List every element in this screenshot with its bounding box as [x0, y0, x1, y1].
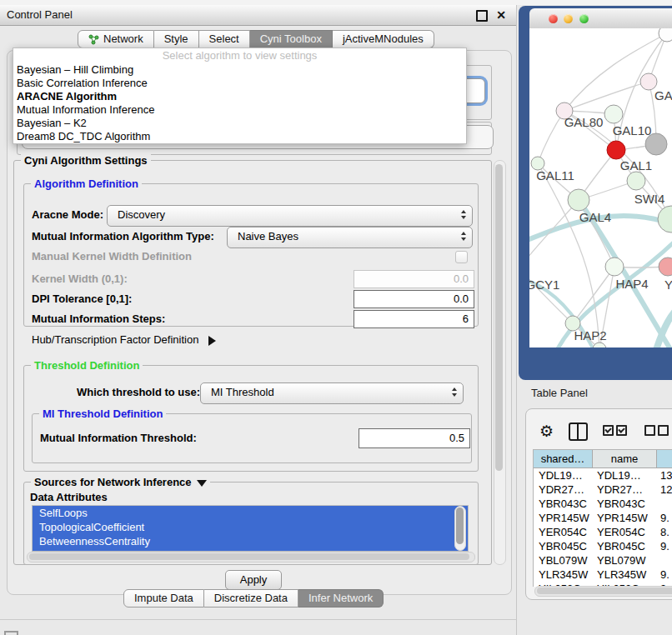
aracne-mode-value: Discovery [118, 208, 165, 221]
column-header-name[interactable]: name [593, 450, 657, 468]
which-threshold-value: MI Threshold [211, 386, 274, 398]
table-cell [655, 497, 672, 511]
tab-infer-network[interactable]: Infer Network [298, 589, 384, 608]
table-cell [655, 553, 672, 568]
sources-hscrollbar-thumb[interactable] [29, 553, 469, 560]
table-row[interactable]: YDL19…YDL19…13 [534, 468, 672, 482]
sources-group-title[interactable]: Sources for Network Inference [31, 476, 210, 488]
control-panel-titlebar[interactable]: Control Panel ✕ [0, 5, 516, 26]
attributes-scrollbar[interactable] [454, 506, 466, 551]
table-hscrollbar[interactable] [534, 586, 672, 597]
network-node-gal[interactable] [640, 73, 657, 90]
network-graph: GALGAL80GAL10GAL1SWI4GAL11GAL4GCY1HAP4YH… [529, 28, 672, 348]
node-table[interactable]: shared…nameA YDL19…YDL19…13YDR27…YDR27…1… [533, 449, 672, 587]
network-node-gal4[interactable] [568, 189, 589, 211]
control-panel-tab-bar: Network Style Select Cyni Toolbox jActiv… [78, 30, 434, 48]
table-row[interactable]: YBR045CYBR045C9. [534, 539, 672, 553]
kernel-width-field[interactable]: 0.0 [354, 270, 474, 288]
table-row[interactable]: YPR145WYPR145W9. [534, 511, 672, 525]
table-cell: 9. [655, 511, 672, 525]
aracne-mode-combo[interactable]: Discovery [107, 205, 473, 227]
table-cell: YBR043C [592, 497, 655, 511]
network-node[interactable] [593, 342, 606, 348]
table-hscrollbar-thumb[interactable] [537, 588, 672, 594]
table-row[interactable]: YLR345WYLR345W9. [534, 568, 672, 582]
select-all-checkboxes-icon[interactable] [603, 425, 629, 438]
network-node-y[interactable] [659, 258, 672, 276]
minimize-traffic-light-icon[interactable] [564, 14, 573, 23]
algorithm-option-basic-correlation-inference[interactable]: Basic Correlation Inference [13, 77, 466, 90]
deselect-checkboxes-icon[interactable] [644, 425, 671, 438]
algorithm-prompt: Select algorithm to view settings [13, 48, 466, 63]
network-node-hap4[interactable] [605, 258, 624, 276]
table-row[interactable]: YDR27…YDR27…12 [534, 482, 672, 497]
split-columns-icon[interactable] [569, 422, 588, 441]
algorithm-option-mutual-information-inference[interactable]: Mutual Information Inference [13, 103, 466, 117]
zoom-traffic-light-icon[interactable] [579, 14, 589, 23]
node-label: SWI4 [634, 192, 665, 206]
attribute-item-topologicalcoefficient[interactable]: TopologicalCoefficient [33, 520, 468, 534]
close-traffic-light-icon[interactable] [549, 14, 558, 23]
tab-select[interactable]: Select [199, 30, 250, 48]
data-attributes-list[interactable]: SelfLoops TopologicalCoefficient Between… [32, 505, 469, 552]
tab-style[interactable]: Style [154, 30, 199, 48]
algorithm-option-dream8-dc-tdc[interactable]: Dream8 DC_TDC Algorithm [13, 130, 466, 143]
sources-hscrollbar[interactable] [27, 552, 475, 562]
tab-label: Style [164, 31, 188, 48]
aracne-mode-label: Aracne Mode: [32, 205, 103, 225]
table-cell: 9. [655, 539, 672, 553]
table-cell: 8. [655, 525, 672, 539]
network-node-gal10[interactable] [604, 105, 623, 123]
network-node-gal1[interactable] [627, 172, 645, 190]
network-node[interactable] [659, 28, 672, 42]
settings-scrollbar[interactable] [494, 160, 506, 565]
tab-label: Discretize Data [214, 590, 288, 607]
node-label: GAL10 [613, 123, 652, 138]
which-threshold-combo[interactable]: MI Threshold [200, 382, 464, 404]
gear-icon[interactable]: ⚙ [539, 423, 554, 440]
tab-label: Impute Data [134, 590, 193, 607]
attribute-item-betweennesscentrality[interactable]: BetweennessCentrality [33, 534, 468, 548]
dpi-tolerance-field[interactable]: 0.0 [354, 290, 474, 308]
window-title: Control Panel [7, 5, 73, 25]
data-attributes-label: Data Attributes [30, 491, 108, 504]
table-row[interactable]: YBL079WYBL079W [534, 553, 672, 568]
algorithm-option-bayesian-hill-climbing[interactable]: Bayesian – Hill Climbing [13, 63, 466, 77]
manual-kernel-width-label: Manual Kernel Width Definition [32, 250, 192, 263]
close-icon[interactable]: ✕ [496, 5, 506, 25]
mi-threshold-label: Mutual Information Threshold: [40, 428, 197, 448]
float-window-icon[interactable] [476, 10, 488, 22]
network-node-swi4[interactable] [658, 206, 672, 232]
mi-algorithm-type-value: Naive Bayes [238, 230, 298, 242]
algorithm-option-aracne-algorithm[interactable]: ARACNE Algorithm [13, 90, 466, 103]
network-node[interactable] [645, 133, 667, 155]
settings-scrollbar-thumb[interactable] [495, 164, 503, 471]
attribute-item-selfloops[interactable]: SelfLoops [33, 506, 468, 520]
network-canvas[interactable]: GALGAL80GAL10GAL1SWI4GAL11GAL4GCY1HAP4YH… [529, 28, 672, 348]
mi-steps-field[interactable]: 6 [354, 310, 474, 328]
tab-network[interactable]: Network [78, 30, 154, 48]
hub-definition-expander[interactable]: Hub/Transcription Factor Definition [32, 333, 216, 346]
network-window-titlebar[interactable] [529, 8, 672, 30]
tab-jactivemnodules[interactable]: jActiveMNodules [333, 30, 434, 48]
column-header-shared[interactable]: shared… [534, 450, 593, 468]
attributes-scrollbar-thumb[interactable] [456, 508, 464, 544]
column-header-partial[interactable]: A [657, 450, 672, 468]
table-cell: YBL079W [534, 553, 592, 568]
table-cell: YLR345W [534, 568, 592, 582]
tab-cyni-toolbox[interactable]: Cyni Toolbox [250, 30, 333, 48]
table-row[interactable]: YBR043CYBR043C [534, 497, 672, 511]
network-node[interactable] [607, 141, 625, 159]
network-icon [88, 34, 99, 45]
apply-button[interactable]: Apply [225, 570, 282, 590]
tab-impute-data[interactable]: Impute Data [123, 589, 204, 608]
mi-steps-label: Mutual Information Steps: [32, 310, 165, 328]
dock-panel-icon[interactable] [4, 631, 18, 635]
table-row[interactable]: YER054CYER054C8. [534, 525, 672, 539]
mi-threshold-field[interactable]: 0.5 [359, 428, 470, 448]
algorithm-option-bayesian-k2[interactable]: Bayesian – K2 [13, 117, 466, 130]
tab-discretize-data[interactable]: Discretize Data [204, 589, 298, 608]
mi-algorithm-type-combo[interactable]: Naive Bayes [227, 227, 473, 248]
table-cell: YDR27… [534, 482, 592, 497]
manual-kernel-width-checkbox[interactable] [455, 251, 468, 263]
